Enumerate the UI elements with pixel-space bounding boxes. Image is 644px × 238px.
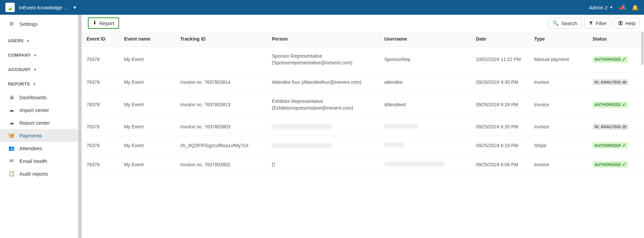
sidebar-item-label: Import center bbox=[19, 107, 49, 113]
status-badge: IN_ANALYSIS 🗃 bbox=[593, 79, 629, 85]
briefcase-icon: 🗃 bbox=[622, 124, 626, 129]
briefcase-icon: 🗃 bbox=[622, 80, 626, 84]
th-tracking-id[interactable]: Tracking ID bbox=[178, 32, 269, 47]
status-badge: AUTHORIZED ✓ bbox=[593, 102, 628, 108]
sidebar-item-audit-reports[interactable]: Audit reports bbox=[0, 167, 82, 180]
main-content: Report Search Filter Help bbox=[82, 15, 644, 238]
app-logo: 🍃 bbox=[5, 3, 15, 12]
th-status[interactable]: Status bbox=[590, 32, 644, 47]
gear-icon bbox=[8, 21, 15, 27]
th-username[interactable]: Username bbox=[382, 32, 473, 47]
status-badge: AUTHORIZED ✓ bbox=[593, 142, 628, 148]
person-line1: Sponsor Representative bbox=[272, 53, 379, 59]
sidebar-item-label: Dashboards bbox=[19, 95, 47, 100]
person-line1: Exhibitor Representative bbox=[272, 98, 379, 105]
announcement-icon[interactable] bbox=[619, 4, 626, 11]
chevron-down-icon: ▼ bbox=[33, 82, 36, 86]
status-badge: IN_ANALYSIS 🗃 bbox=[593, 124, 629, 130]
table-row[interactable]: 76378My EventInvoice no. 7637803813Exhib… bbox=[82, 92, 644, 118]
sidebar-item-label: Attendees bbox=[19, 145, 42, 151]
table-row[interactable]: 76378My EventSponsor Representative(Spon… bbox=[82, 47, 644, 73]
report-button-label: Report bbox=[99, 20, 114, 26]
help-button-label: Help bbox=[625, 20, 636, 26]
bell-icon[interactable] bbox=[632, 4, 639, 11]
table-body: 76378My EventSponsor Representative(Spon… bbox=[82, 47, 644, 174]
redacted-text bbox=[272, 124, 332, 129]
payments-table: Event ID Event name Tracking ID Person U… bbox=[82, 32, 644, 174]
check-icon: ✓ bbox=[622, 102, 626, 107]
sidebar-item-report-center[interactable]: Report center bbox=[0, 116, 82, 129]
th-date[interactable]: Date bbox=[473, 32, 532, 47]
search-icon bbox=[552, 20, 559, 26]
status-text: AUTHORIZED bbox=[595, 103, 621, 107]
check-icon: ✓ bbox=[622, 143, 626, 148]
status-text: IN_ANALYSIS bbox=[595, 125, 621, 129]
status-badge: AUTHORIZED ✓ bbox=[593, 56, 628, 63]
sidebar-item-label: Email health bbox=[19, 158, 47, 164]
sidebar-item-import-center[interactable]: Import center bbox=[0, 104, 82, 116]
download-icon bbox=[93, 20, 97, 26]
sidebar-item-settings[interactable]: Settings bbox=[0, 17, 82, 30]
table-header: Event ID Event name Tracking ID Person U… bbox=[82, 32, 644, 47]
sidebar-section-reports[interactable]: REPORTS ▼ bbox=[0, 77, 82, 91]
sidebar-item-dashboards[interactable]: Dashboards bbox=[0, 91, 82, 104]
topbar: 🍃 InEvent Knowledge … ▼ Admin 2 ▼ bbox=[0, 0, 644, 15]
chevron-down-icon: ▼ bbox=[609, 5, 613, 9]
user-label: Admin 2 bbox=[589, 5, 607, 10]
report-button[interactable]: Report bbox=[88, 17, 119, 29]
svg-rect-1 bbox=[620, 21, 621, 25]
topbar-left: 🍃 InEvent Knowledge … ▼ bbox=[5, 3, 77, 12]
sidebar-item-label: Payments bbox=[19, 133, 42, 138]
sidebar-item-payments[interactable]: Payments bbox=[0, 129, 82, 142]
person-line1: Attendee four (Attendeefour@inevent.com) bbox=[272, 79, 379, 85]
sidebar: Settings USERS ▼ COMPANY ▼ ACCOUNT ▼ REP… bbox=[0, 15, 82, 238]
sidebar-item-label: Report center bbox=[19, 120, 50, 126]
person-line1: () bbox=[272, 161, 379, 168]
redacted-text bbox=[384, 124, 418, 129]
redacted-text bbox=[384, 142, 405, 147]
sidebar-section-company[interactable]: COMPANY ▼ bbox=[0, 48, 82, 62]
search-button[interactable]: Search bbox=[548, 18, 582, 28]
person-line2: (Exhibitorrepresentative@inevent.com) bbox=[272, 105, 379, 111]
person-line2: (Sponsorrepresentative@inevent.com) bbox=[272, 59, 379, 66]
sidebar-section-account[interactable]: ACCOUNT ▼ bbox=[0, 62, 82, 77]
chevron-down-icon: ▼ bbox=[26, 39, 30, 43]
th-event-id[interactable]: Event ID bbox=[82, 32, 121, 47]
chevron-down-icon[interactable]: ▼ bbox=[72, 5, 77, 10]
th-person[interactable]: Person bbox=[269, 32, 382, 47]
table-row[interactable]: 76378My Eventch_3Q2tFlFGgzcufNsa1vtMy7sX… bbox=[82, 136, 644, 155]
sidebar-item-label: Settings bbox=[19, 21, 38, 27]
help-button[interactable]: Help bbox=[614, 18, 640, 28]
sidebar-item-email-health[interactable]: Email health bbox=[0, 155, 82, 167]
status-text: IN_ANALYSIS bbox=[595, 80, 621, 84]
search-button-label: Search bbox=[561, 20, 577, 26]
table-row[interactable]: 76378My EventInvoice no. 7637803814Atten… bbox=[82, 72, 644, 92]
status-text: AUTHORIZED bbox=[595, 163, 621, 167]
th-event-name[interactable]: Event name bbox=[121, 32, 178, 47]
sidebar-item-attendees[interactable]: Attendees bbox=[0, 142, 82, 155]
status-text: AUTHORIZED bbox=[595, 143, 621, 147]
filter-button-label: Filter bbox=[596, 20, 607, 26]
status-text: AUTHORIZED bbox=[595, 57, 621, 61]
th-type[interactable]: Type bbox=[532, 32, 590, 47]
toolbar-right: Search Filter Help bbox=[548, 18, 640, 28]
cloud-icon bbox=[8, 107, 15, 113]
user-menu[interactable]: Admin 2 ▼ bbox=[589, 5, 613, 10]
payments-table-wrap: Event ID Event name Tracking ID Person U… bbox=[82, 32, 644, 238]
table-row[interactable]: 76378My EventInvoice no. 763780380309/25… bbox=[82, 118, 644, 136]
check-icon: ✓ bbox=[622, 162, 626, 167]
sidebar-section-users[interactable]: USERS ▼ bbox=[0, 34, 82, 48]
toolbar: Report Search Filter Help bbox=[82, 15, 644, 32]
chevron-down-icon: ▼ bbox=[33, 68, 37, 72]
cloud-icon bbox=[8, 120, 15, 126]
chevron-down-icon: ▼ bbox=[34, 53, 37, 57]
users-icon bbox=[8, 145, 15, 151]
filter-icon bbox=[589, 21, 593, 25]
scrollbar[interactable] bbox=[641, 32, 643, 65]
table-row[interactable]: 76378My EventInvoice no. 7637803802()09/… bbox=[82, 155, 644, 174]
check-icon: ✓ bbox=[622, 57, 626, 62]
filter-button[interactable]: Filter bbox=[584, 18, 611, 28]
app-logo-icon: 🍃 bbox=[7, 4, 13, 11]
mail-icon bbox=[8, 158, 15, 164]
app-title: InEvent Knowledge … bbox=[19, 5, 68, 10]
